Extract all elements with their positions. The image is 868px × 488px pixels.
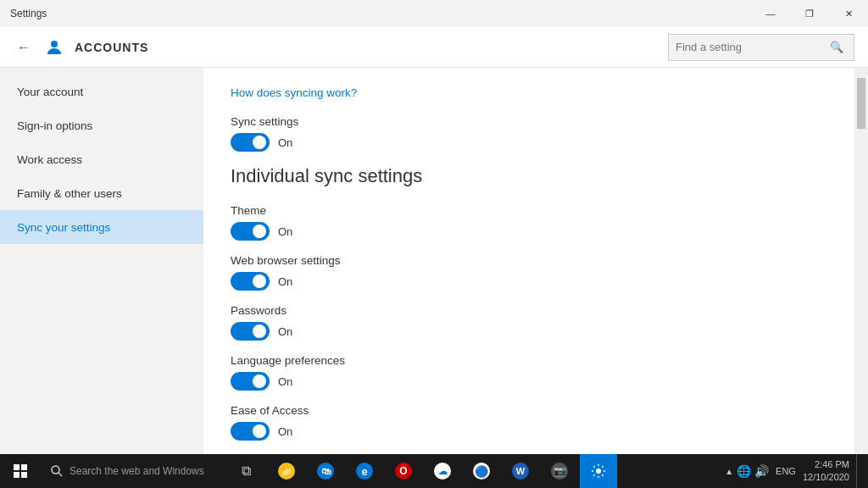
svg-line-6 <box>58 473 62 476</box>
header: ← ACCOUNTS 🔍 <box>0 27 868 68</box>
header-title: ACCOUNTS <box>75 41 148 54</box>
taskbar-icon-word[interactable]: W <box>502 454 539 488</box>
svg-point-5 <box>52 466 59 474</box>
taskbar-sys-icons: ▲ 🌐 🔊 <box>725 464 769 478</box>
web-browser-label: Web browser settings <box>231 254 827 267</box>
theme-label: Theme <box>231 204 827 217</box>
taskbar-search[interactable]: Search the web and Windows <box>41 454 227 488</box>
taskbar-icon-camera[interactable]: 📷 <box>541 454 578 488</box>
sync-settings-state: On <box>278 136 292 149</box>
taskbar-show-desktop[interactable] <box>856 454 861 488</box>
sidebar-item-your-account[interactable]: Your account <box>0 75 203 108</box>
taskbar-app-icons: 📁 🛍 e O ☁ 🔵 W 📷 <box>264 454 620 488</box>
language-toggle[interactable] <box>231 372 270 391</box>
sidebar-item-sign-in-options[interactable]: Sign-in options <box>0 108 203 142</box>
taskbar-volume-icon: 🔊 <box>754 464 769 478</box>
restore-button[interactable]: ❐ <box>790 0 829 27</box>
ease-of-access-toggle[interactable] <box>231 422 270 441</box>
close-button[interactable]: ✕ <box>829 0 868 27</box>
svg-rect-3 <box>14 472 19 478</box>
title-bar-title: Settings <box>10 8 47 19</box>
web-browser-toggle[interactable] <box>231 272 270 291</box>
taskbar-clock[interactable]: 2:46 PM 12/10/2020 <box>803 458 849 485</box>
ease-of-access-state: On <box>278 425 292 438</box>
theme-toggle-row: On <box>231 222 827 241</box>
how-does-syncing-link[interactable]: How does syncing work? <box>231 86 357 99</box>
search-input[interactable] <box>669 41 830 53</box>
web-browser-state: On <box>278 275 292 288</box>
taskbar-search-label: Search the web and Windows <box>70 465 204 477</box>
taskbar-lang: ENG <box>776 466 796 476</box>
ease-of-access-label: Ease of Access <box>231 404 827 417</box>
taskbar-date: 12/10/2020 <box>803 471 849 484</box>
toggle-knob <box>253 136 266 149</box>
language-state: On <box>278 375 292 388</box>
taskbar-icon-opera[interactable]: O <box>385 454 422 488</box>
svg-point-7 <box>596 469 601 474</box>
theme-toggle[interactable] <box>231 222 270 241</box>
taskbar-icon-files[interactable]: 📁 <box>268 454 305 488</box>
taskbar-icon-chrome[interactable]: 🔵 <box>463 454 500 488</box>
passwords-state: On <box>278 325 292 338</box>
language-toggle-row: On <box>231 372 827 391</box>
taskbar: Search the web and Windows ⧉ 📁 🛍 e O ☁ 🔵… <box>0 454 868 488</box>
sync-settings-toggle-row: On <box>231 133 827 152</box>
passwords-label: Passwords <box>231 304 827 317</box>
taskbar-icon-settings-active[interactable] <box>580 454 617 488</box>
toggle-knob <box>253 424 266 438</box>
taskbar-icon-edge[interactable]: e <box>346 454 383 488</box>
toggle-knob <box>253 324 266 338</box>
search-icon: 🔍 <box>830 41 849 53</box>
svg-rect-4 <box>21 472 27 478</box>
task-view-button[interactable]: ⧉ <box>227 454 264 488</box>
toggle-knob <box>253 225 266 238</box>
svg-point-0 <box>51 41 58 47</box>
search-box[interactable]: 🔍 <box>668 34 854 61</box>
taskbar-time: 2:46 PM <box>815 458 849 471</box>
passwords-toggle[interactable] <box>231 322 270 341</box>
sidebar-item-sync-your-settings[interactable]: Sync your settings <box>0 210 203 244</box>
title-bar-left: Settings <box>10 8 47 19</box>
title-bar: Settings — ❐ ✕ <box>0 0 868 27</box>
sync-settings-toggle[interactable] <box>231 133 270 152</box>
toggle-knob <box>253 274 266 288</box>
taskbar-right: ▲ 🌐 🔊 ENG 2:46 PM 12/10/2020 <box>725 454 868 488</box>
taskbar-network-icon: 🌐 <box>737 464 751 478</box>
scrollbar[interactable] <box>854 68 868 454</box>
theme-state: On <box>278 225 292 238</box>
start-button[interactable] <box>0 454 41 488</box>
scrollbar-thumb[interactable] <box>857 78 865 129</box>
ease-of-access-toggle-row: On <box>231 422 827 441</box>
toggle-knob <box>253 374 266 388</box>
sidebar: Your account Sign-in options Work access… <box>0 68 203 454</box>
sidebar-item-family-other-users[interactable]: Family & other users <box>0 176 203 210</box>
svg-rect-1 <box>14 464 19 470</box>
accounts-icon <box>44 37 64 58</box>
taskbar-icon-store[interactable]: 🛍 <box>307 454 344 488</box>
taskbar-chevron[interactable]: ▲ <box>725 467 733 476</box>
minimize-button[interactable]: — <box>751 0 790 27</box>
svg-rect-2 <box>21 464 27 470</box>
sync-settings-label: Sync settings <box>231 115 827 128</box>
main: Your account Sign-in options Work access… <box>0 68 868 454</box>
web-browser-toggle-row: On <box>231 272 827 291</box>
content-area: How does syncing work? Sync settings On … <box>203 68 854 454</box>
passwords-toggle-row: On <box>231 322 827 341</box>
language-label: Language preferences <box>231 354 827 367</box>
individual-sync-title: Individual sync settings <box>231 165 827 187</box>
header-left: ← ACCOUNTS <box>14 36 148 58</box>
back-button[interactable]: ← <box>14 36 34 58</box>
sidebar-item-work-access[interactable]: Work access <box>0 142 203 176</box>
taskbar-icon-onedrive[interactable]: ☁ <box>424 454 461 488</box>
title-bar-controls: — ❐ ✕ <box>751 0 868 27</box>
